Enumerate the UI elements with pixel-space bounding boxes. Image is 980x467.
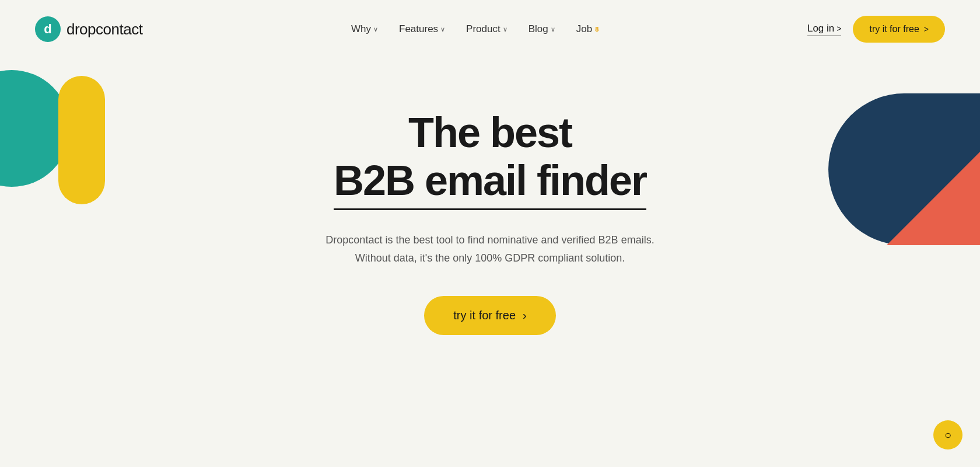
logo-letter: d xyxy=(44,22,51,37)
chat-icon: ○ xyxy=(944,428,951,442)
try-free-button-nav[interactable]: try it for free > xyxy=(853,16,945,43)
nav-why-label: Why xyxy=(351,23,371,35)
try-free-nav-arrow-icon: > xyxy=(924,25,929,34)
job-badge: 8 xyxy=(595,26,598,33)
navigation: d dropcontact Why ∨ Features ∨ Product ∨… xyxy=(0,0,980,58)
hero-title-line1: The best xyxy=(408,109,572,156)
hero-title-line2: B2B email finder xyxy=(334,156,646,210)
chevron-down-icon: ∨ xyxy=(373,26,378,33)
chat-button[interactable]: ○ xyxy=(933,420,963,449)
login-label: Log in xyxy=(807,23,834,34)
try-free-button-hero[interactable]: try it for free › xyxy=(424,296,555,335)
nav-job-label: Job xyxy=(576,23,592,35)
nav-features-label: Features xyxy=(399,23,438,35)
hero-subtitle: Dropcontact is the best tool to find nom… xyxy=(326,231,654,267)
login-arrow-icon: > xyxy=(836,24,841,33)
nav-blog-label: Blog xyxy=(528,23,548,35)
login-link[interactable]: Log in > xyxy=(807,23,842,36)
hero-subtitle-line1: Dropcontact is the best tool to find nom… xyxy=(326,234,654,246)
nav-menu: Why ∨ Features ∨ Product ∨ Blog ∨ Job 8 xyxy=(343,19,607,40)
corner-inner xyxy=(828,93,980,245)
nav-item-product[interactable]: Product ∨ xyxy=(458,19,516,40)
corner-decoration xyxy=(828,93,980,245)
nav-item-features[interactable]: Features ∨ xyxy=(391,19,453,40)
logo-area: d dropcontact xyxy=(35,16,142,42)
try-free-nav-label: try it for free xyxy=(869,24,919,34)
hero-subtitle-line2: Without data, it's the only 100% GDPR co… xyxy=(355,252,625,264)
nav-item-why[interactable]: Why ∨ xyxy=(343,19,386,40)
chevron-down-icon: ∨ xyxy=(551,26,555,33)
try-free-hero-arrow-icon: › xyxy=(523,309,527,322)
chevron-down-icon: ∨ xyxy=(440,26,445,33)
nav-item-blog[interactable]: Blog ∨ xyxy=(520,19,564,40)
yellow-pill-shape xyxy=(58,76,105,204)
hero-section: The best B2B email finder Dropcontact is… xyxy=(0,58,980,397)
logo-icon: d xyxy=(35,16,61,42)
chevron-down-icon: ∨ xyxy=(503,26,508,33)
nav-product-label: Product xyxy=(466,23,501,35)
try-free-hero-label: try it for free xyxy=(453,309,516,322)
coral-triangle-shape xyxy=(887,152,980,245)
hero-title: The best B2B email finder xyxy=(334,109,646,211)
nav-item-job[interactable]: Job 8 xyxy=(568,19,607,40)
brand-name: dropcontact xyxy=(66,20,142,39)
nav-actions: Log in > try it for free > xyxy=(807,16,945,43)
